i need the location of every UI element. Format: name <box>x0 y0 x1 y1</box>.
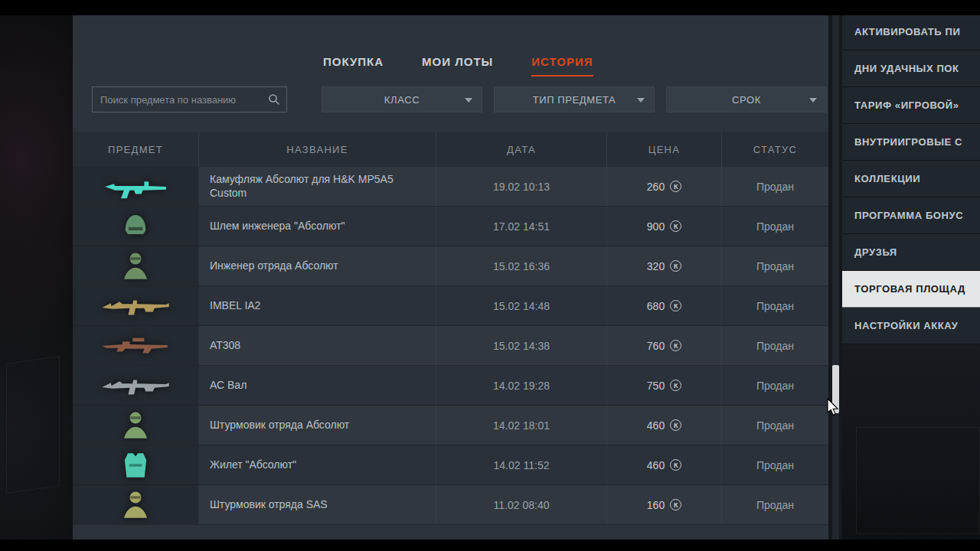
currency-icon: К <box>670 220 681 232</box>
currency-icon: К <box>670 300 681 311</box>
bottom-letterbox-bar <box>0 540 980 551</box>
table-row[interactable]: Штурмовик отряда Абсолют 14.02 18:01 460… <box>73 406 828 445</box>
table-row[interactable]: Инженер отряда Абсолют 15.02 16:36 320 К… <box>73 246 828 286</box>
filter-class-dropdown[interactable]: КЛАСС <box>322 86 482 112</box>
scrollbar-track[interactable] <box>832 15 839 540</box>
sidebar-item-label: ПРОГРАММА БОНУС <box>854 210 963 221</box>
table-row[interactable]: Камуфляж Абсолют для H&K MP5A5 Custom 19… <box>73 167 828 207</box>
item-name: Штурмовик отряда SAS <box>199 485 436 524</box>
sidebar-menu-item[interactable]: ДНИ УДАЧНЫХ ПОК <box>842 51 980 87</box>
item-price: 680 К <box>607 286 722 325</box>
sidebar-menu-item[interactable]: КОЛЛЕКЦИИ <box>842 161 980 197</box>
column-header-status: СТАТУС <box>722 132 828 167</box>
tab-buy[interactable]: ПОКУПКА <box>323 55 384 77</box>
chevron-down-icon <box>637 98 645 103</box>
tab-my-lots[interactable]: МОИ ЛОТЫ <box>422 55 493 77</box>
currency-icon: К <box>670 499 681 510</box>
item-status: Продан <box>722 246 828 285</box>
screen: ПОКУПКА МОИ ЛОТЫ ИСТОРИЯ КЛАСС ТИП ПРЕДМ… <box>0 0 980 551</box>
filter-item-type-label: ТИП ПРЕДМЕТА <box>533 94 616 106</box>
item-price: 160 К <box>607 485 722 524</box>
top-letterbox-bar <box>0 0 980 15</box>
sidebar-item-label: АКТИВИРОВАТЬ ПИ <box>854 26 960 37</box>
item-image-cell <box>73 246 199 285</box>
table-row[interactable]: Штурмовик отряда SAS 11.02 08:40 160 К П… <box>73 485 828 525</box>
item-icon <box>100 172 171 201</box>
item-image-cell <box>73 207 199 246</box>
sidebar-item-label: КОЛЛЕКЦИИ <box>854 173 920 184</box>
table-row[interactable]: IMBEL IA2 15.02 14:48 680 К Продан <box>73 286 828 326</box>
table-row[interactable]: Жилет "Абсолют" 14.02 11:52 460 К Продан <box>73 445 828 485</box>
currency-icon: К <box>670 260 681 272</box>
item-image-cell <box>73 445 199 484</box>
sidebar-menu-item[interactable]: АКТИВИРОВАТЬ ПИ <box>842 14 980 51</box>
item-name: Камуфляж Абсолют для H&K MP5A5 Custom <box>199 167 436 206</box>
filter-term-dropdown[interactable]: СРОК <box>666 86 827 112</box>
tab-history[interactable]: ИСТОРИЯ <box>531 55 593 77</box>
item-price: 900 К <box>607 207 722 246</box>
column-header-date: ДАТА <box>436 132 607 167</box>
item-status: Продан <box>722 406 828 445</box>
item-date: 14.02 18:01 <box>436 406 607 445</box>
item-image-cell <box>73 286 199 325</box>
item-image-cell <box>73 366 199 405</box>
currency-icon: К <box>670 340 681 351</box>
item-name: Жилет "Абсолют" <box>199 445 436 484</box>
table-header: ПРЕДМЕТ НАЗВАНИЕ ДАТА ЦЕНА СТАТУС <box>73 132 828 167</box>
filter-class-label: КЛАСС <box>384 94 420 106</box>
item-status: Продан <box>722 326 828 365</box>
item-date: 14.02 11:52 <box>436 445 607 484</box>
sidebar-item-label: ТОРГОВАЯ ПЛОЩАД <box>854 283 965 295</box>
sidebar-item-label: ВНУТРИИГРОВЫЕ С <box>854 136 962 148</box>
item-date: 15.02 16:36 <box>436 246 607 285</box>
sidebar-menu-item[interactable]: ТАРИФ «ИГРОВОЙ» <box>842 87 980 124</box>
currency-icon: К <box>670 181 681 192</box>
table-row[interactable]: Шлем инженера "Абсолют" 17.02 14:51 900 … <box>73 207 828 246</box>
table-row[interactable]: АТ308 15.02 14:38 760 К Продан <box>73 326 828 366</box>
column-header-price: ЦЕНА <box>607 132 722 167</box>
filter-item-type-dropdown[interactable]: ТИП ПРЕДМЕТА <box>494 86 655 112</box>
chevron-down-icon <box>465 98 472 103</box>
sidebar-item-label: ТАРИФ «ИГРОВОЙ» <box>854 99 959 111</box>
item-name: АТ308 <box>199 326 436 365</box>
item-status: Продан <box>722 286 828 325</box>
item-status: Продан <box>722 485 828 524</box>
item-status: Продан <box>722 167 828 206</box>
item-name: Штурмовик отряда Абсолют <box>199 406 436 445</box>
item-price: 260 К <box>607 167 722 206</box>
item-name: Инженер отряда Абсолют <box>199 246 436 285</box>
search-input[interactable] <box>93 94 268 106</box>
item-date: 15.02 14:48 <box>436 286 607 325</box>
search-box <box>92 86 287 112</box>
history-table-body: Камуфляж Абсолют для H&K MP5A5 Custom 19… <box>73 167 828 525</box>
market-panel: ПОКУПКА МОИ ЛОТЫ ИСТОРИЯ КЛАСС ТИП ПРЕДМ… <box>73 15 828 540</box>
item-status: Продан <box>722 366 828 405</box>
table-row[interactable]: АС Вал 14.02 19:28 750 К Продан <box>73 366 828 406</box>
item-price-value: 260 <box>647 181 665 193</box>
sidebar-menu-item[interactable]: ДРУЗЬЯ <box>842 234 980 271</box>
item-date: 14.02 19:28 <box>436 366 607 405</box>
currency-icon: К <box>670 459 681 471</box>
sidebar-art-shape <box>856 427 980 534</box>
item-price-value: 900 <box>647 220 665 233</box>
item-icon <box>120 251 151 282</box>
sidebar-menu-item[interactable]: ПРОГРАММА БОНУС <box>842 197 980 234</box>
item-price: 320 К <box>607 246 722 285</box>
sidebar-item-label: ДРУЗЬЯ <box>854 246 897 258</box>
mouse-cursor <box>827 398 841 418</box>
chevron-down-icon <box>809 98 817 103</box>
item-price-value: 160 <box>647 499 665 511</box>
currency-icon: К <box>670 419 681 431</box>
sidebar-menu-item[interactable]: НАСТРОЙКИ АККАУ <box>842 308 980 344</box>
item-icon <box>100 371 171 400</box>
item-icon <box>120 211 151 242</box>
column-header-item: ПРЕДМЕТ <box>73 132 199 167</box>
item-date: 15.02 14:38 <box>436 326 607 365</box>
item-image-cell <box>73 326 199 365</box>
item-price: 760 К <box>607 326 722 365</box>
item-price-value: 680 <box>647 300 665 312</box>
sidebar-art <box>842 344 980 540</box>
sidebar-menu-item[interactable]: ВНУТРИИГРОВЫЕ С <box>842 124 980 161</box>
item-image-cell <box>73 485 199 524</box>
sidebar-menu-item[interactable]: ТОРГОВАЯ ПЛОЩАД <box>842 271 980 308</box>
